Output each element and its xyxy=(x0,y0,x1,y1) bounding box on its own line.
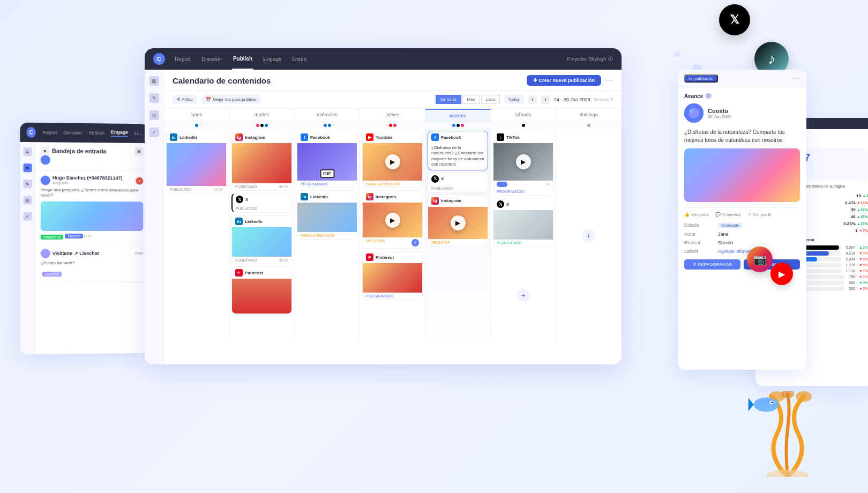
nav-engage-left[interactable]: Engage xyxy=(111,130,128,137)
labels-label: Labels xyxy=(684,249,714,254)
post-facebook-fri[interactable]: f Facebook ¿Disfrutas de la naturaleza? … xyxy=(428,131,488,170)
instagram-play-btn[interactable]: ▶ xyxy=(385,213,400,228)
post-linkedin-2[interactable]: in LinkedIn PUBLICADO 08:00 xyxy=(231,215,292,264)
more-options-icon[interactable]: ⋯ xyxy=(605,76,613,85)
sidebar-icon-4[interactable]: ◎ xyxy=(23,196,32,205)
detail-more-btn[interactable]: ⋯ xyxy=(792,74,800,83)
tiktok-label-1: TikTok xyxy=(506,135,520,140)
post-instagram-2[interactable]: ig Instagram ▶ RECUITAR ↺ xyxy=(362,190,423,249)
sidebar-icon-1[interactable]: ≡ xyxy=(23,147,32,156)
comment-action[interactable]: 💬 Comentar xyxy=(715,212,741,217)
metric-change: ▲45% xyxy=(857,215,868,219)
post-detail-body: Avance ⓘ Coosto 28 Jan 2023 ¿Disfrutas d… xyxy=(678,87,806,366)
chat-item-2[interactable]: Visitante ↗ Livechat hola ¿Puedo llamart… xyxy=(35,244,148,283)
indicators-miercoles xyxy=(295,123,360,128)
create-publication-button[interactable]: ✚ Crear nueva publicación xyxy=(527,75,601,86)
left-sidebar-icons: ≡ ✉ ✎ ◎ ✓ xyxy=(20,142,35,354)
post-youtube-1[interactable]: ▶ Youtube ▶ PARA LA REVISIÓN xyxy=(362,131,423,188)
share-action[interactable]: ↗ Compartir xyxy=(747,212,772,217)
nav-publish-left[interactable]: Publish xyxy=(88,130,104,136)
today-button[interactable]: Today xyxy=(504,95,524,104)
reprogramar-button[interactable]: ↺ REPROGRAMAR xyxy=(684,259,740,270)
post-linkedin-3[interactable]: in LinkedIn PARA LA REVISIÓN xyxy=(297,190,357,240)
tiktok-play-btn[interactable]: ▶ xyxy=(516,154,531,169)
view-tabs: Semana Mes Lista xyxy=(436,95,500,104)
post-x-sat[interactable]: 𝕏 X PLANIFICADO xyxy=(493,198,553,247)
post-instagram-1[interactable]: ig Instagram PUBLICADO 08:00 xyxy=(231,131,292,191)
nav-report-left[interactable]: Report xyxy=(42,130,57,135)
nav-listen[interactable]: Listen xyxy=(291,48,308,70)
inbox-search-icon[interactable] xyxy=(41,155,50,165)
next-week-button[interactable]: › xyxy=(541,95,550,104)
add-post-sat[interactable]: + xyxy=(517,289,530,302)
facebook-gif-img: GIF xyxy=(297,143,357,181)
x-floating-icon: 𝕏 xyxy=(719,4,750,35)
post-status-xfri: PUBLICADO xyxy=(431,186,453,190)
post-facebook-gif[interactable]: f Facebook GIF PROGRAMADO xyxy=(297,131,357,188)
calendar-icon: 📅 xyxy=(206,97,211,102)
view-lista[interactable]: Lista xyxy=(481,95,500,104)
nav-project: Proyecto: Skyhigh ⓘ xyxy=(567,56,613,63)
engage-panel: C Report Discover Publish Engage Li... ≡… xyxy=(20,123,148,355)
gif-badge: GIF xyxy=(320,169,334,178)
sidebar-icon-2[interactable]: ✉ xyxy=(23,163,32,172)
nav-publish[interactable]: Publish xyxy=(232,48,253,70)
nav-discover-left[interactable]: Discover xyxy=(63,130,82,136)
privado-badge: Privado xyxy=(65,234,83,238)
x-label-1: X xyxy=(245,197,248,202)
add-post-dom[interactable]: + xyxy=(582,229,595,242)
post-tiktok-1[interactable]: ♪ TikTok ▶ ⚙ xyxy=(493,131,553,196)
day-jueves: jueves xyxy=(360,109,425,122)
sidebar-icon-5[interactable]: ✓ xyxy=(23,212,32,221)
day-miercoles: miércoles xyxy=(295,109,360,122)
nav-report[interactable]: Report xyxy=(174,48,192,70)
tiktok-settings[interactable]: ⚙ xyxy=(547,182,550,186)
post-instagram-fri[interactable]: ig Instagram ▶ RECUITAR xyxy=(428,195,488,246)
day-domingo: domingo xyxy=(556,109,622,122)
avance-info-icon[interactable]: ⓘ xyxy=(705,93,712,99)
field-autor: Autor Jane xyxy=(684,231,800,237)
post-x-1[interactable]: 𝕏 X PUBLICADO xyxy=(231,193,292,213)
nav-listen-left[interactable]: Li... xyxy=(134,131,142,136)
instagram-fri-play[interactable]: ▶ xyxy=(451,215,466,230)
nav-discover[interactable]: Discover xyxy=(200,48,223,70)
col-jueves: ▶ Youtube ▶ PARA LA REVISIÓN xyxy=(360,129,425,339)
sidebar-icon-3[interactable]: ✎ xyxy=(23,180,32,188)
time-ago-1: 13 m xyxy=(83,234,92,238)
like-action[interactable]: 👍 Me gusta xyxy=(684,212,709,217)
post-linkedin-1[interactable]: in LinkedIn PUBLICADO 14:00 xyxy=(166,131,227,193)
chat-item-1[interactable]: Hugo Sánchez (+34678321147) Negocio ● Te… xyxy=(35,170,148,244)
linkedin-icon: in xyxy=(170,133,177,141)
nav-engage[interactable]: Engage xyxy=(262,48,282,70)
post-status-linkedin: PUBLICADO xyxy=(170,188,191,191)
sidebar-icon-check[interactable]: ✓ xyxy=(149,128,159,137)
post-x-fri[interactable]: 𝕏 X PUBLICADO xyxy=(428,173,488,192)
post-profile: Coosto 28 Jan 2023 xyxy=(684,103,800,123)
ver-publicacion-btn[interactable]: ver publicación xyxy=(684,74,718,83)
sidebar-icon-circle[interactable]: ◎ xyxy=(149,110,159,120)
instagram-icon-1: ig xyxy=(235,133,243,141)
fish-decoration xyxy=(747,391,785,418)
recuitar-icon: ↺ xyxy=(411,239,419,246)
tiktok-toggle[interactable] xyxy=(497,182,507,187)
view-semana[interactable]: Semana xyxy=(436,95,461,104)
engage-nav: C Report Discover Publish Engage Li... xyxy=(20,123,148,143)
prev-week-button[interactable]: ‹ xyxy=(528,95,537,104)
post-status-fbgif: PROGRAMADO xyxy=(301,182,328,186)
filter-button[interactable]: ⚙ Filtrar xyxy=(173,95,197,104)
inbox-grid-toggle[interactable]: ⊞ xyxy=(134,147,143,156)
chat-img-1 xyxy=(41,201,143,230)
post-pinterest-1[interactable]: P Pinterest xyxy=(231,266,292,314)
indicators-lunes xyxy=(164,123,229,128)
best-day-button[interactable]: 📅 Mejor día para publicar xyxy=(201,95,261,104)
main-sidebar: ▦ ✎ ◎ ✓ xyxy=(145,70,164,364)
sidebar-icon-edit[interactable]: ✎ xyxy=(149,93,159,103)
sidebar-icon-calendar[interactable]: ▦ xyxy=(149,76,159,86)
view-mes[interactable]: Mes xyxy=(462,95,480,104)
youtube-play-btn[interactable]: ▶ xyxy=(385,154,400,169)
post-status-li2: PUBLICADO xyxy=(235,258,257,262)
post-pinterest-2[interactable]: P Pinterest PROGRAMADO xyxy=(362,251,423,300)
inbox-toggle[interactable]: ▼ xyxy=(41,146,49,155)
day-sabado: sábado xyxy=(491,109,556,122)
post-profile-name: Coosto xyxy=(708,108,731,114)
